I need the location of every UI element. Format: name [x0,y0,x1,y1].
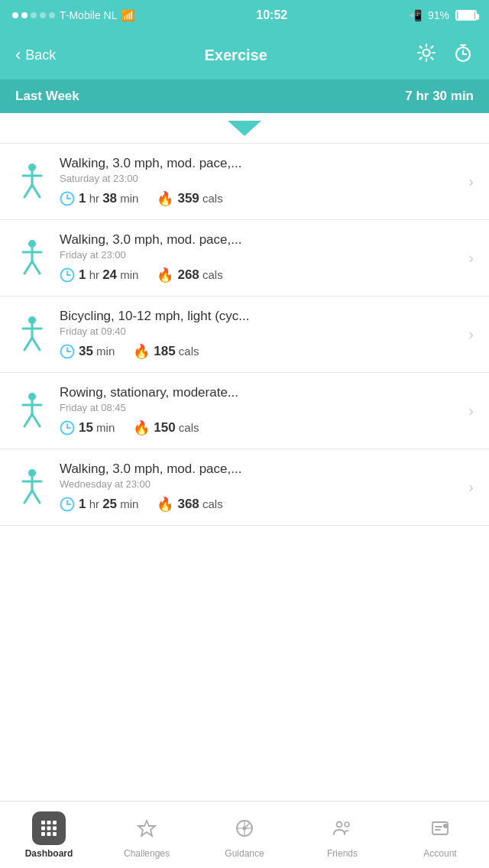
challenges-icon-wrap [130,811,164,845]
tab-friends-label: Friends [327,848,358,859]
page-title: Exercise [205,47,267,64]
exercise-activity-icon [15,465,49,510]
svg-line-9 [24,185,32,197]
svg-point-66 [443,824,448,828]
stopwatch-icon[interactable] [452,42,474,68]
exercise-activity-icon [15,312,49,358]
exercise-info: Walking, 3.0 mph, mod. pace,... Saturday… [60,156,462,207]
svg-line-10 [32,185,40,197]
exercise-info: Rowing, stationary, moderate... Friday a… [60,385,462,436]
tab-guidance[interactable]: Guidance [196,811,293,859]
chevron-right-icon: › [468,402,474,419]
battery-icon [455,10,477,21]
exercise-info: Walking, 3.0 mph, mod. pace,... Friday a… [60,232,462,283]
flame-icon: 🔥 [157,190,173,207]
svg-line-26 [32,338,40,350]
period-label: Last Week [15,89,79,104]
exercise-title: Rowing, stationary, moderate... [60,385,462,400]
exercise-activity-icon [15,388,49,434]
clock-icon [60,267,75,283]
signal-dot-5 [49,12,55,18]
signal-dot-4 [40,12,46,18]
duration-value: 1 hr 24 min [79,267,138,283]
exercise-activity-icon [15,159,49,205]
duration-value: 1 hr 38 min [79,191,138,206]
chevron-right-icon: › [468,478,474,496]
carrier-label: T-Mobile NL [60,9,117,21]
calories-value: 185 cals [154,344,199,359]
svg-marker-55 [138,821,155,836]
svg-rect-49 [41,826,45,830]
exercise-info: Walking, 3.0 mph, mod. pace,... Wednesda… [60,462,462,513]
svg-rect-53 [47,832,51,836]
time-label: 10:52 [256,8,287,22]
svg-line-25 [24,338,32,350]
exercise-stats: 1 hr 25 min 🔥 368 cals [60,496,462,513]
exercise-activity-icon [15,235,49,281]
exercise-item[interactable]: Rowing, stationary, moderate... Friday a… [0,373,489,449]
friends-icon-wrap [325,811,359,845]
signal-dot-2 [21,12,28,18]
tab-guidance-label: Guidance [225,848,264,859]
calories-stat: 🔥 368 cals [157,496,222,513]
gear-icon[interactable] [416,42,437,68]
guidance-icon-wrap [228,811,261,845]
signal-dot-1 [12,12,18,18]
back-button[interactable]: ‹ Back [15,45,56,65]
tab-account[interactable]: Account [391,811,489,859]
svg-rect-50 [47,826,51,830]
duration-stat: 35 min [60,344,115,359]
calories-stat: 🔥 185 cals [133,343,199,360]
duration-value: 1 hr 25 min [79,497,138,512]
period-bar: Last Week 7 hr 30 min [0,79,489,113]
exercise-title: Bicycling, 10-12 mph, light (cyc... [60,309,462,324]
nav-actions [416,42,474,68]
chevron-down-icon [228,121,261,136]
svg-rect-51 [53,826,57,830]
calories-value: 368 cals [177,497,222,512]
signal-dot-3 [31,12,37,18]
bluetooth-icon: 📲 [409,9,422,21]
dashboard-icon-wrap [32,811,66,845]
calories-value: 359 cals [177,191,222,206]
exercise-item[interactable]: Walking, 3.0 mph, mod. pace,... Friday a… [0,220,489,296]
svg-point-62 [345,822,349,827]
svg-rect-47 [47,821,51,824]
period-total: 7 hr 30 min [405,89,474,104]
exercise-title: Walking, 3.0 mph, mod. pace,... [60,156,462,171]
tab-bar: Dashboard Challenges Guidance [0,801,489,868]
tab-dashboard[interactable]: Dashboard [0,811,98,859]
exercise-subtitle: Friday at 09:40 [60,326,462,337]
tab-dashboard-label: Dashboard [25,848,73,859]
back-label: Back [25,47,56,63]
tab-challenges[interactable]: Challenges [98,811,196,859]
signal-dots [12,12,55,18]
clock-icon [60,497,75,512]
exercise-item[interactable]: Bicycling, 10-12 mph, light (cyc... Frid… [0,296,489,373]
exercise-list: Walking, 3.0 mph, mod. pace,... Saturday… [0,144,489,526]
svg-line-17 [24,261,32,274]
svg-line-18 [32,261,40,274]
exercise-item[interactable]: Walking, 3.0 mph, mod. pace,... Saturday… [0,144,489,220]
chevron-right-icon: › [468,173,474,190]
content-area: Walking, 3.0 mph, mod. pace,... Saturday… [0,113,489,593]
exercise-stats: 1 hr 38 min 🔥 359 cals [60,190,462,207]
tab-friends[interactable]: Friends [293,811,391,859]
svg-point-61 [337,821,342,827]
duration-stat: 1 hr 25 min [60,497,138,512]
calories-value: 268 cals [177,267,222,283]
nav-bar: ‹ Back Exercise [0,31,489,79]
svg-point-0 [423,50,430,57]
account-icon-wrap [423,811,457,845]
exercise-info: Bicycling, 10-12 mph, light (cyc... Frid… [60,309,462,360]
flame-icon: 🔥 [157,267,173,283]
exercise-subtitle: Friday at 23:00 [60,249,462,261]
duration-stat: 15 min [60,420,115,436]
duration-stat: 1 hr 38 min [60,191,138,206]
exercise-subtitle: Wednesday at 23:00 [60,478,462,490]
exercise-item[interactable]: Walking, 3.0 mph, mod. pace,... Wednesda… [0,449,489,526]
flame-icon: 🔥 [157,496,173,513]
tab-account-label: Account [423,848,456,859]
calories-stat: 🔥 268 cals [157,267,222,283]
exercise-stats: 1 hr 24 min 🔥 268 cals [60,267,462,283]
